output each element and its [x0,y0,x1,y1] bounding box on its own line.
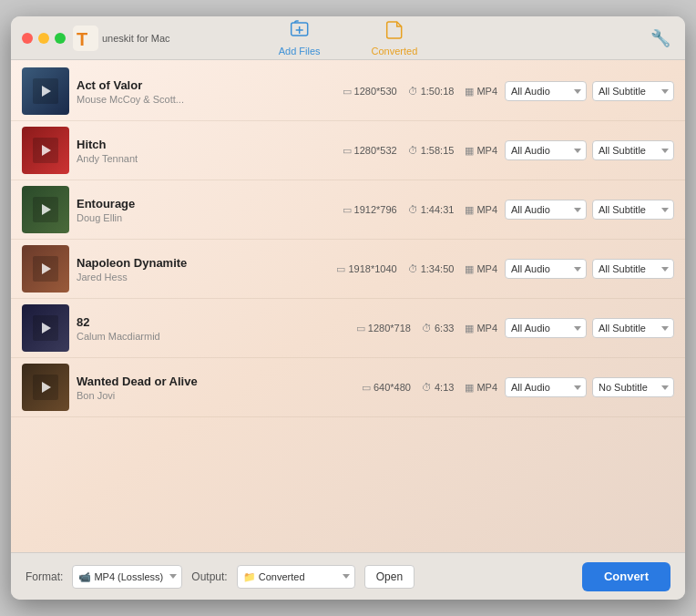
subtitle-select[interactable]: All Subtitle No Subtitle [592,81,674,101]
file-meta: ▭ 1280*532 ⏱ 1:58:15 ▦ MP4 [343,145,497,157]
app-logo: T uneskit for Mac [73,26,170,51]
app-logo-icon: T [73,26,98,51]
file-meta: ▭ 640*480 ⏱ 4:13 ▦ MP4 [362,382,497,394]
file-thumbnail [22,186,69,233]
audio-select[interactable]: All Audio No Audio [505,81,587,101]
duration-icon: ⏱ [422,382,432,393]
file-info: Wanted Dead or Alive Bon Jovi [77,375,354,401]
file-info: Hitch Andy Tennant [77,138,335,164]
app-name-label: uneskit for Mac [102,33,170,44]
audio-select[interactable]: All Audio No Audio [505,259,587,279]
file-resolution: ▭ 640*480 [362,382,411,394]
output-select[interactable]: 📁 Converted 📁 Desktop 📁 Downloads [237,565,355,589]
file-controls: All Audio No Audio All Subtitle No Subti… [505,200,674,220]
converted-button[interactable]: Converted [364,16,425,60]
file-title: Entourage [77,197,335,210]
main-window: T uneskit for Mac Add Files [11,16,685,600]
table-row: 82 Calum Macdiarmid ▭ 1280*718 ⏱ 6:33 ▦ … [11,299,685,358]
table-row: Wanted Dead or Alive Bon Jovi ▭ 640*480 … [11,358,685,417]
file-format: ▦ MP4 [465,263,497,275]
subtitle-select[interactable]: All Subtitle No Subtitle [592,259,674,279]
format-icon: ▦ [465,86,474,98]
file-resolution: ▭ 1280*532 [343,145,397,157]
file-meta: ▭ 1912*796 ⏱ 1:44:31 ▦ MP4 [343,204,497,216]
format-icon: ▦ [465,204,474,216]
audio-select[interactable]: All Audio No Audio [505,200,587,220]
audio-select[interactable]: All Audio No Audio [505,377,587,397]
open-button[interactable]: Open [364,565,415,589]
subtitle-select[interactable]: All Subtitle No Subtitle [592,377,674,397]
thumbnail-image [22,186,69,233]
minimize-button[interactable] [38,33,49,44]
thumbnail-image [22,127,69,174]
file-thumbnail [22,364,69,411]
file-author: Jared Hess [77,272,329,282]
file-title: Act of Valor [77,78,335,92]
close-button[interactable] [22,33,33,44]
table-row: Entourage Doug Ellin ▭ 1912*796 ⏱ 1:44:3… [11,180,685,240]
file-thumbnail [22,245,69,293]
converted-icon [384,19,404,44]
table-row: Napoleon Dynamite Jared Hess ▭ 1918*1040… [11,240,685,299]
subtitle-select[interactable]: All Subtitle No Subtitle [592,140,674,160]
resolution-icon: ▭ [343,145,352,157]
file-format: ▦ MP4 [465,145,497,157]
file-meta: ▭ 1918*1040 ⏱ 1:34:50 ▦ MP4 [336,263,497,275]
file-info: 82 Calum Macdiarmid [77,315,349,342]
file-author: Andy Tennant [77,153,335,164]
file-title: Hitch [77,138,335,151]
duration-icon: ⏱ [408,145,418,156]
file-controls: All Audio No Audio All Subtitle No Subti… [505,81,674,101]
format-icon: ▦ [465,145,474,157]
format-icon: ▦ [465,323,474,334]
file-thumbnail [22,127,69,174]
file-duration: ⏱ 4:13 [422,382,454,393]
duration-icon: ⏱ [422,323,432,334]
file-format: ▦ MP4 [465,382,497,394]
add-files-label: Add Files [279,46,321,56]
add-files-icon [290,19,310,44]
file-author: Bon Jovi [77,390,354,401]
file-thumbnail [22,67,69,115]
file-format: ▦ MP4 [465,86,497,98]
format-icon: ▦ [465,263,474,275]
table-row: Act of Valor Mouse McCoy & Scott... ▭ 12… [11,62,685,121]
settings-button[interactable]: 🔧 [650,28,670,48]
add-files-button[interactable]: Add Files [271,16,328,60]
thumbnail-image [22,304,69,352]
bottom-bar: Format: 📹 MP4 (Lossless) 📹 MP4 🎵 MP3 🎬 M… [11,552,685,600]
table-row: Hitch Andy Tennant ▭ 1280*532 ⏱ 1:58:15 … [11,121,685,180]
file-title: 82 [77,315,349,329]
subtitle-select[interactable]: All Subtitle No Subtitle [592,318,674,338]
file-author: Doug Ellin [77,212,335,223]
file-meta: ▭ 1280*718 ⏱ 6:33 ▦ MP4 [356,323,497,334]
thumbnail-image [22,364,69,411]
resolution-icon: ▭ [362,382,371,394]
file-meta: ▭ 1280*530 ⏱ 1:50:18 ▦ MP4 [343,86,497,98]
format-icon: ▦ [465,382,474,394]
file-format: ▦ MP4 [465,323,497,334]
resolution-icon: ▭ [336,263,345,275]
file-resolution: ▭ 1912*796 [343,204,397,216]
format-select[interactable]: 📹 MP4 (Lossless) 📹 MP4 🎵 MP3 🎬 MKV [72,565,182,589]
file-duration: ⏱ 1:44:31 [408,204,455,215]
file-list: Act of Valor Mouse McCoy & Scott... ▭ 12… [11,60,685,552]
file-info: Act of Valor Mouse McCoy & Scott... [77,78,335,105]
maximize-button[interactable] [55,33,66,44]
resolution-icon: ▭ [343,86,352,98]
audio-select[interactable]: All Audio No Audio [505,318,587,338]
file-controls: All Audio No Audio All Subtitle No Subti… [505,377,674,397]
subtitle-select[interactable]: All Subtitle No Subtitle [592,200,674,220]
file-info: Entourage Doug Ellin [77,197,335,223]
converted-label: Converted [372,46,418,56]
traffic-lights [22,33,66,44]
file-info: Napoleon Dynamite Jared Hess [77,256,329,282]
file-controls: All Audio No Audio All Subtitle No Subti… [505,318,674,338]
file-resolution: ▭ 1918*1040 [336,263,396,275]
convert-button[interactable]: Convert [582,562,670,591]
audio-select[interactable]: All Audio No Audio [505,140,587,160]
output-label: Output: [191,570,227,583]
file-controls: All Audio No Audio All Subtitle No Subti… [505,259,674,279]
file-duration: ⏱ 6:33 [422,323,454,334]
format-label: Format: [26,570,63,583]
